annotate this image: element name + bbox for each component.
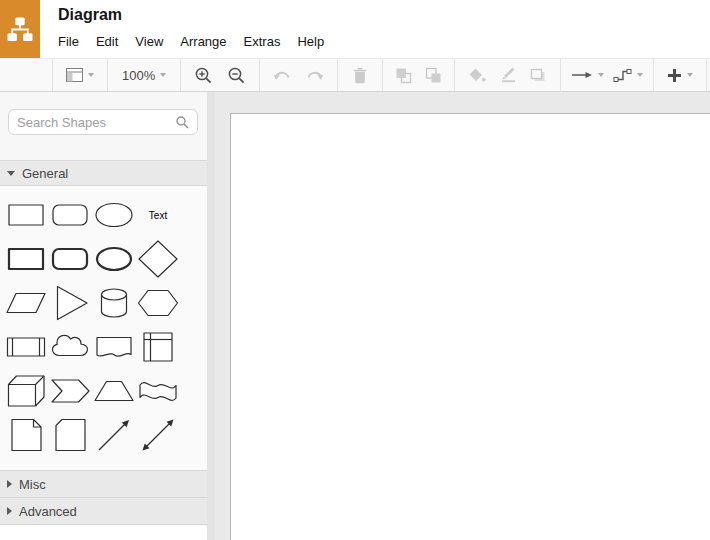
chevron-down-icon: [88, 73, 94, 77]
shape-hexagon[interactable]: [136, 281, 180, 325]
section-label: General: [22, 166, 68, 181]
bidirectional-line-icon: [136, 413, 180, 457]
shape-rounded-rectangle-bold[interactable]: [48, 237, 92, 281]
menu-edit[interactable]: Edit: [96, 34, 118, 49]
line-color-button[interactable]: [499, 67, 517, 83]
chevron-right-icon: [7, 480, 12, 488]
undo-icon: [272, 68, 292, 82]
ellipse-icon: [92, 193, 136, 237]
menu-help[interactable]: Help: [297, 34, 324, 49]
cylinder-icon: [92, 281, 136, 325]
section-header-misc[interactable]: Misc: [0, 470, 207, 497]
shape-cloud[interactable]: [48, 325, 92, 369]
plus-icon: [667, 68, 682, 83]
cube-icon: [4, 369, 48, 413]
elbow-connector-icon: [613, 68, 632, 83]
shape-text-label: Text: [149, 210, 167, 221]
parallelogram-icon: [4, 281, 48, 325]
shape-text[interactable]: Text: [136, 193, 180, 237]
shapes-sidebar: General Text Misc Advanced: [0, 92, 207, 540]
shape-rectangle[interactable]: [4, 193, 48, 237]
arrow-right-icon: [571, 69, 593, 81]
process-icon: [4, 325, 48, 369]
section-header-general[interactable]: General: [0, 160, 207, 186]
waypoint-style-button[interactable]: [613, 68, 643, 83]
connection-arrow-button[interactable]: [571, 69, 604, 81]
drawing-page[interactable]: [230, 113, 710, 540]
zoom-out-button[interactable]: [227, 66, 246, 85]
sidebar-bottom-spacer: [0, 526, 207, 540]
directional-line-icon: [92, 413, 136, 457]
chevron-down-icon: [637, 73, 643, 77]
hexagon-icon: [136, 281, 180, 325]
to-front-icon: [395, 67, 412, 84]
delete-button[interactable]: [353, 67, 367, 84]
shape-cylinder[interactable]: [92, 281, 136, 325]
triangle-icon: [48, 281, 92, 325]
to-front-button[interactable]: [395, 67, 412, 84]
shape-process[interactable]: [4, 325, 48, 369]
menu-arrange[interactable]: Arrange: [180, 34, 226, 49]
shape-directional-line[interactable]: [92, 413, 136, 457]
app-logo: [0, 0, 40, 58]
document-icon: [92, 325, 136, 369]
toolbar: 100%: [0, 58, 710, 92]
redo-icon: [305, 68, 325, 82]
rounded-rectangle-icon: [48, 193, 92, 237]
zoom-level-button[interactable]: 100%: [122, 68, 166, 83]
shape-diamond[interactable]: [136, 237, 180, 281]
zoom-in-button[interactable]: [194, 66, 213, 85]
search-input[interactable]: [17, 115, 176, 130]
card-icon: [48, 413, 92, 457]
to-back-button[interactable]: [425, 67, 442, 84]
paint-bucket-icon: [468, 67, 486, 83]
shape-step[interactable]: [48, 369, 92, 413]
canvas-area: [215, 92, 710, 540]
shape-rectangle-bold[interactable]: [4, 237, 48, 281]
header: Diagram File Edit View Arrange Extras He…: [0, 0, 710, 58]
shape-ellipse[interactable]: [92, 193, 136, 237]
zoom-out-icon: [227, 66, 246, 85]
shape-card[interactable]: [48, 413, 92, 457]
undo-button[interactable]: [272, 68, 292, 82]
menu-view[interactable]: View: [135, 34, 163, 49]
note-icon: [4, 413, 48, 457]
redo-button[interactable]: [305, 68, 325, 82]
shape-cube[interactable]: [4, 369, 48, 413]
chevron-down-icon: [160, 73, 166, 77]
step-icon: [48, 369, 92, 413]
chevron-right-icon: [7, 507, 12, 515]
shape-bidirectional-line[interactable]: [136, 413, 180, 457]
insert-button[interactable]: [667, 68, 693, 83]
shape-parallelogram[interactable]: [4, 281, 48, 325]
tape-icon: [136, 369, 180, 413]
ellipse-bold-icon: [92, 237, 136, 281]
section-header-advanced[interactable]: Advanced: [0, 497, 207, 525]
shape-triangle[interactable]: [48, 281, 92, 325]
fill-color-button[interactable]: [468, 67, 486, 83]
menu-file[interactable]: File: [58, 34, 79, 49]
chevron-down-icon: [7, 171, 15, 176]
pencil-icon: [499, 67, 517, 83]
shape-tape[interactable]: [136, 369, 180, 413]
shape-ellipse-bold[interactable]: [92, 237, 136, 281]
org-chart-logo-icon: [7, 16, 33, 43]
rectangle-bold-icon: [4, 237, 48, 281]
shape-rounded-rectangle[interactable]: [48, 193, 92, 237]
section-label: Misc: [19, 477, 46, 492]
view-panels-button[interactable]: [66, 68, 94, 82]
zoom-level-value: 100%: [122, 68, 155, 83]
drawio-app: Diagram File Edit View Arrange Extras He…: [0, 0, 710, 540]
sidebar-resize-handle[interactable]: [207, 92, 215, 540]
shape-document[interactable]: [92, 325, 136, 369]
cloud-icon: [48, 325, 92, 369]
shape-trapezoid[interactable]: [92, 369, 136, 413]
internal-storage-icon: [136, 325, 180, 369]
shadow-button[interactable]: [530, 68, 547, 83]
shape-internal-storage[interactable]: [136, 325, 180, 369]
shape-note[interactable]: [4, 413, 48, 457]
search-box: [8, 109, 198, 135]
toolbar-separator: [706, 59, 707, 91]
menu-extras[interactable]: Extras: [244, 34, 281, 49]
shape-palette: Text: [4, 193, 204, 457]
